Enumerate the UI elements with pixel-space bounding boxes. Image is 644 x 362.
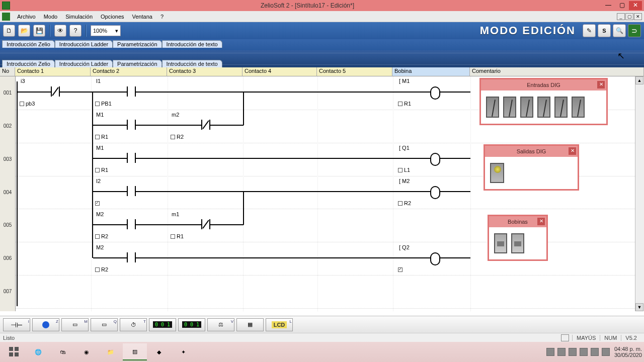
col-contacto3[interactable]: Contacto 3 bbox=[167, 67, 243, 76]
ladder-canvas[interactable]: i3 I1 [ M1 pb3 PB1 R1 M1 m2 R1 R2 M1 bbox=[16, 76, 635, 311]
col-bobina[interactable]: Bobina bbox=[392, 67, 470, 76]
switch-icon[interactable] bbox=[520, 97, 533, 118]
taskbar-app3[interactable]: ✦ bbox=[171, 343, 195, 360]
palette-bobinas[interactable]: Bobinas✕ bbox=[488, 215, 548, 261]
switch-icon[interactable] bbox=[503, 97, 516, 118]
contact-m2[interactable] bbox=[201, 120, 210, 130]
row-num[interactable]: 001 bbox=[0, 90, 15, 96]
taskbar-ie[interactable]: 🌐 bbox=[26, 343, 50, 360]
row-num[interactable]: 002 bbox=[0, 123, 15, 129]
switch-icon[interactable] bbox=[486, 97, 499, 118]
tray-icon[interactable] bbox=[546, 348, 554, 356]
coil-Q2[interactable] bbox=[430, 252, 440, 263]
chk-R2c[interactable] bbox=[95, 267, 100, 272]
chk-R1c[interactable] bbox=[171, 234, 175, 239]
menu-archivo[interactable]: Archivo bbox=[17, 14, 36, 20]
menu-simulacion[interactable]: Simulación bbox=[65, 14, 93, 20]
taskbar-explorer[interactable]: 📁 bbox=[99, 343, 123, 360]
sim-grid[interactable]: ▦ bbox=[236, 318, 264, 331]
contact-m1[interactable] bbox=[201, 219, 210, 229]
chk-row4[interactable] bbox=[95, 201, 100, 206]
taskbar-zeliosoft[interactable]: ▨ bbox=[123, 343, 147, 360]
tray-icon[interactable] bbox=[569, 348, 577, 356]
contact-M1a[interactable] bbox=[127, 120, 136, 130]
chk-PB1[interactable] bbox=[95, 102, 100, 106]
mdi-min[interactable]: _ bbox=[617, 13, 625, 20]
chk-R2a[interactable] bbox=[171, 135, 175, 139]
mdi-close[interactable]: ✕ bbox=[634, 13, 642, 20]
edit-mode-button[interactable]: ✎ bbox=[583, 24, 596, 37]
tab-intro-ladder[interactable]: Introducción Ladder bbox=[55, 40, 113, 48]
contact-I2[interactable] bbox=[127, 186, 136, 196]
open-button[interactable]: 📂 bbox=[18, 25, 30, 37]
tray-volume-icon[interactable] bbox=[602, 348, 610, 356]
contact-M2a[interactable] bbox=[127, 219, 136, 229]
chk-R1b[interactable] bbox=[95, 168, 100, 172]
chk-R1-coil[interactable] bbox=[398, 102, 403, 106]
menu-modo[interactable]: Modo bbox=[44, 14, 58, 20]
tab2-text[interactable]: Introducción de texto bbox=[162, 60, 222, 67]
col-contacto4[interactable]: Contacto 4 bbox=[243, 67, 317, 76]
taskbar-app2[interactable]: ◆ bbox=[147, 343, 171, 360]
col-contacto5[interactable]: Contacto 5 bbox=[317, 67, 392, 76]
switch-icon[interactable] bbox=[572, 97, 585, 118]
sim-m[interactable]: ▭M bbox=[61, 318, 89, 331]
menu-opciones[interactable]: Opciones bbox=[101, 14, 124, 20]
switch-icon[interactable] bbox=[537, 97, 550, 118]
sim-inputs[interactable]: ⊣⊢I bbox=[3, 318, 30, 331]
maximize-button[interactable]: ▢ bbox=[615, 1, 628, 10]
chk-L1[interactable] bbox=[398, 168, 403, 172]
tray-icon[interactable] bbox=[591, 348, 599, 356]
tab2-intro-ladder[interactable]: Introducción Ladder bbox=[55, 60, 113, 67]
view-button[interactable]: 👁 bbox=[54, 25, 66, 37]
menu-ventana[interactable]: Ventana bbox=[132, 14, 152, 20]
row-num[interactable]: 004 bbox=[0, 190, 15, 195]
tab-intro-zelio[interactable]: Introducción Zelio bbox=[2, 40, 55, 48]
tray-icon[interactable] bbox=[557, 348, 566, 356]
zoom-fit-button[interactable]: 🔍 bbox=[613, 24, 626, 37]
tab-param[interactable]: Parametrización bbox=[113, 40, 162, 48]
sim-mode-button[interactable]: S bbox=[598, 24, 611, 37]
row-num[interactable]: 006 bbox=[0, 255, 15, 261]
sim-timer[interactable]: ⏱T bbox=[120, 318, 147, 331]
sim-lcd[interactable]: LCDL bbox=[266, 318, 293, 331]
sim-counter1[interactable]: 0 0 1 bbox=[149, 318, 176, 331]
contact-I1[interactable] bbox=[127, 86, 136, 97]
palette-salidas-dig[interactable]: Salidas DIG✕ bbox=[484, 144, 579, 191]
col-contacto2[interactable]: Contacto 2 bbox=[91, 67, 167, 76]
tab-text[interactable]: Introducción de texto bbox=[162, 40, 222, 48]
minimize-button[interactable]: — bbox=[602, 1, 615, 10]
menu-help[interactable]: ? bbox=[160, 14, 164, 20]
row-num[interactable]: 007 bbox=[0, 289, 15, 294]
taskbar-chrome[interactable]: ◉ bbox=[74, 343, 99, 360]
close-icon[interactable]: ✕ bbox=[537, 218, 545, 225]
close-button[interactable]: ✕ bbox=[629, 1, 642, 10]
close-icon[interactable]: ✕ bbox=[569, 147, 576, 155]
coil-Q1[interactable] bbox=[430, 153, 440, 164]
chk-R2-coil[interactable] bbox=[398, 201, 403, 206]
chk-row6-coil[interactable] bbox=[398, 267, 403, 272]
tab2-param[interactable]: Parametrización bbox=[113, 60, 162, 67]
contact-M2b[interactable] bbox=[127, 252, 136, 262]
chk-pb3[interactable] bbox=[20, 102, 24, 106]
col-no[interactable]: No bbox=[0, 67, 15, 76]
start-button[interactable] bbox=[2, 343, 26, 360]
run-button[interactable]: ⊃ bbox=[628, 24, 641, 37]
col-comentario[interactable]: Comentario bbox=[470, 67, 644, 76]
contact-i3[interactable] bbox=[51, 86, 60, 97]
close-icon[interactable]: ✕ bbox=[597, 81, 605, 88]
contact-M1b[interactable] bbox=[127, 153, 136, 163]
vertical-scrollbar[interactable]: ▲ ▼ bbox=[635, 76, 644, 311]
coil-icon[interactable] bbox=[494, 233, 507, 253]
sim-compare[interactable]: ⚖V bbox=[207, 318, 234, 331]
coil-icon[interactable] bbox=[511, 233, 524, 253]
chk-R2b[interactable] bbox=[95, 234, 100, 239]
coil-M2[interactable] bbox=[430, 186, 440, 197]
save-button[interactable]: 💾 bbox=[33, 25, 45, 37]
palette-entradas-dig[interactable]: Entradas DIG✕ bbox=[479, 78, 608, 125]
zoom-select[interactable]: 100%▾ bbox=[91, 25, 121, 36]
lamp-icon[interactable] bbox=[490, 163, 504, 183]
help-button[interactable]: ? bbox=[69, 25, 82, 37]
switch-icon[interactable] bbox=[554, 97, 568, 118]
chk-R1a[interactable] bbox=[95, 135, 100, 139]
